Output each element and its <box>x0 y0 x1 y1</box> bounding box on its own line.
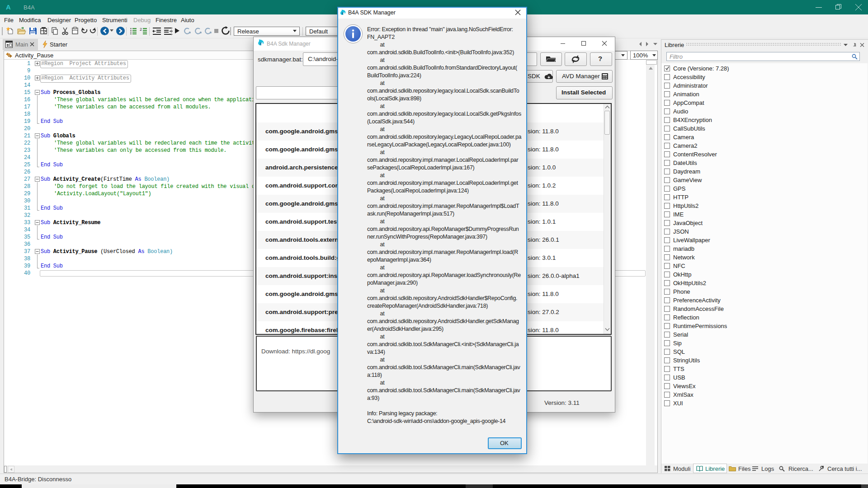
svg-text:2: 2 <box>140 27 142 32</box>
